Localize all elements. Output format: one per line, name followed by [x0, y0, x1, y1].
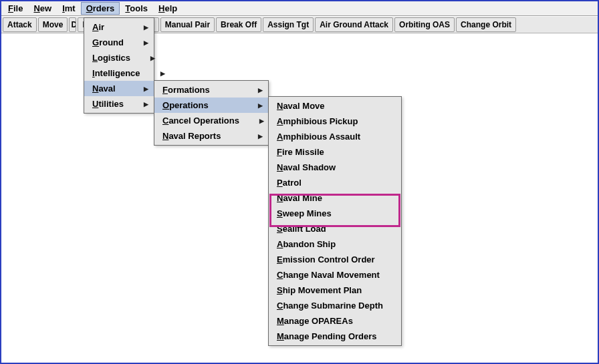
submenu-arrow-icon: ▶: [150, 55, 155, 61]
menu-item-air[interactable]: Air▶: [84, 19, 154, 35]
menu-item-label: Manage Pending Orders: [277, 331, 377, 341]
menu-item-patrol[interactable]: Patrol: [269, 175, 401, 190]
menu-item-intelligence[interactable]: Intelligence▶: [84, 65, 154, 81]
toolbar-btn-orbiting-oas[interactable]: Orbiting OAS: [394, 17, 455, 32]
menu-item-label: Ship Movement Plan: [277, 285, 362, 295]
menu-item-label: Amphibious Assault: [277, 132, 360, 142]
menu-item-ship-movement-plan[interactable]: Ship Movement Plan: [269, 283, 401, 298]
menu-item-label: Naval Reports: [162, 131, 221, 141]
menu-item-label: Change Naval Movement: [277, 270, 380, 280]
menu-item-label: Abandon Ship: [277, 239, 336, 249]
menu-item-naval-reports[interactable]: Naval Reports▶: [154, 128, 268, 144]
toolbar-btn-assign-tgt[interactable]: Assign Tgt: [263, 17, 314, 32]
menu-item-label: Emission Control Order: [277, 254, 375, 264]
menu-item-operations[interactable]: Operations▶: [154, 98, 268, 113]
menu-imt[interactable]: Imt: [57, 2, 81, 15]
toolbar-btn-break-off[interactable]: Break Off: [216, 17, 261, 32]
menu-item-label: Naval Shadow: [277, 162, 336, 172]
menu-item-ground[interactable]: Ground▶: [84, 35, 154, 50]
menu-item-label: Patrol: [277, 178, 302, 188]
menu-item-naval-shadow[interactable]: Naval Shadow: [269, 160, 401, 175]
menu-item-naval[interactable]: Naval▶: [84, 81, 154, 96]
submenu-arrow-icon: ▶: [144, 101, 148, 108]
submenu-arrow-icon: ▶: [144, 24, 148, 31]
toolbar-btn-d[interactable]: D: [69, 17, 76, 32]
menu-item-label: Manage OPAREAs: [277, 316, 353, 326]
menu-item-abandon-ship[interactable]: Abandon Ship: [269, 236, 401, 252]
submenu-arrow-icon: ▶: [258, 133, 263, 140]
menu-item-label: Cancel Operations: [162, 116, 239, 126]
menu-item-label: Sweep Mines: [277, 208, 332, 218]
submenu-arrow-icon: ▶: [258, 87, 263, 94]
submenu-arrow-icon: ▶: [259, 118, 264, 124]
menu-item-label: Air: [92, 22, 104, 32]
menu-item-cancel-operations[interactable]: Cancel Operations▶: [154, 113, 268, 128]
menu-item-amphibious-assault[interactable]: Amphibious Assault: [269, 129, 401, 144]
menu-item-label: Fire Missile: [277, 147, 324, 157]
toolbar-btn-air-ground-attack[interactable]: Air Ground Attack: [315, 17, 393, 32]
toolbar-btn-attack[interactable]: Attack: [3, 17, 37, 32]
operations-submenu: Naval MoveAmphibious PickupAmphibious As…: [268, 96, 402, 346]
menu-item-label: Utilities: [92, 99, 124, 109]
menu-item-utilities[interactable]: Utilities▶: [84, 96, 154, 112]
submenu-arrow-icon: ▶: [160, 70, 165, 77]
menu-item-logistics[interactable]: Logistics▶: [84, 50, 154, 65]
menu-item-naval-mine[interactable]: Naval Mine: [269, 190, 401, 206]
submenu-arrow-icon: ▶: [144, 39, 148, 46]
menu-item-label: Amphibious Pickup: [277, 116, 358, 126]
menu-item-formations[interactable]: Formations▶: [154, 82, 268, 98]
menu-item-label: Formations: [162, 85, 210, 95]
menu-item-label: Sealift Load: [277, 224, 326, 234]
menu-item-label: Naval Move: [277, 101, 325, 111]
menu-orders[interactable]: Orders: [81, 2, 120, 15]
menu-item-manage-pending-orders[interactable]: Manage Pending Orders: [269, 329, 401, 344]
orders-dropdown: Air▶Ground▶Logistics▶Intelligence▶Naval▶…: [84, 17, 154, 114]
menu-help[interactable]: Help: [153, 2, 183, 15]
menu-item-manage-opareas[interactable]: Manage OPAREAs: [269, 313, 401, 329]
menu-item-amphibious-pickup[interactable]: Amphibious Pickup: [269, 114, 401, 129]
menu-item-label: Logistics: [92, 53, 130, 63]
toolbar-btn-move[interactable]: Move: [38, 17, 68, 32]
menu-item-label: Naval Mine: [277, 193, 322, 203]
submenu-arrow-icon: ▶: [258, 102, 263, 109]
menu-item-sweep-mines[interactable]: Sweep Mines: [269, 206, 401, 221]
menu-tools[interactable]: Tools: [120, 2, 153, 15]
menu-item-label: Ground: [92, 37, 124, 47]
toolbar-btn-change-orbit[interactable]: Change Orbit: [456, 17, 516, 32]
menu-item-change-naval-movement[interactable]: Change Naval Movement: [269, 267, 401, 283]
menu-bar: FileNewImtOrdersToolsHelp: [1, 1, 598, 16]
menu-item-label: Naval: [92, 83, 116, 94]
menu-item-label: Operations: [162, 100, 209, 110]
naval-submenu: Formations▶Operations▶Cancel Operations▶…: [154, 80, 269, 146]
menu-item-change-submarine-depth[interactable]: Change Submarine Depth: [269, 298, 401, 313]
toolbar-btn-manual-pair[interactable]: Manual Pair: [160, 17, 215, 32]
menu-new[interactable]: New: [28, 2, 57, 15]
menu-item-fire-missile[interactable]: Fire Missile: [269, 144, 401, 160]
menu-file[interactable]: File: [3, 2, 28, 15]
menu-item-emission-control-order[interactable]: Emission Control Order: [269, 252, 401, 267]
menu-item-label: Intelligence: [92, 68, 140, 78]
menu-item-label: Change Submarine Depth: [277, 301, 383, 311]
menu-item-naval-move[interactable]: Naval Move: [269, 98, 401, 114]
menu-item-sealift-load[interactable]: Sealift Load: [269, 221, 401, 236]
submenu-arrow-icon: ▶: [144, 85, 148, 92]
